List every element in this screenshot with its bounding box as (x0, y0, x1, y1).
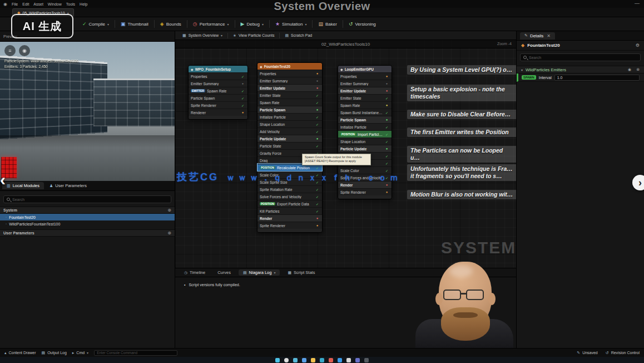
status-unsaved-button[interactable]: ✎Unsaved (577, 351, 598, 355)
graph-toolbar-view-particle-counts-button[interactable]: ∗View Particle Counts (229, 33, 278, 38)
module-state-check-icon[interactable]: ✓ (315, 188, 320, 192)
module-row-spawn-rate[interactable]: Spawn Rate● (338, 101, 392, 109)
status-content-drawer-button[interactable]: ▴Content Drawer (4, 351, 36, 355)
module-state-dot-orange-icon[interactable]: ● (240, 111, 245, 114)
bottom-tab-niagara-log[interactable]: ▤Niagara Log▾ (239, 269, 280, 276)
bottom-tab-curves[interactable]: Curves (213, 269, 235, 276)
module-state-check-icon[interactable]: ✓ (315, 101, 320, 105)
module-state-dot-orange-icon[interactable]: ● (315, 72, 320, 75)
details-category-row[interactable]: ▾ WildParticles Emitters ◉ ⊗ (517, 66, 644, 73)
module-row-properties[interactable]: Properties● (338, 72, 392, 80)
menu-file[interactable]: File (9, 2, 20, 6)
module-row-emitter-state[interactable]: Emitter State✓ (338, 94, 392, 101)
emitter-node-header[interactable]: ◆WPO_FountainSetup (189, 66, 247, 72)
parameters-tab-user-parameters[interactable]: ♟User Parameters (45, 182, 91, 189)
gear-icon[interactable]: ⚙ (636, 43, 640, 48)
graph-toolbar-system-overview-button[interactable]: ▦System Overview▾ (179, 33, 226, 38)
dropdown-caret-icon[interactable]: ▾ (274, 271, 275, 274)
module-row-properties[interactable]: Properties● (257, 70, 322, 77)
module-row-spawn-burst-instantaneous[interactable]: Spawn Burst Instantaneous✓ (338, 109, 392, 116)
module-row-sprite-renderer[interactable]: Sprite Renderer● (257, 222, 322, 229)
dropdown-caret-icon[interactable]: ▾ (221, 33, 222, 37)
module-row-initialize-particle[interactable]: Initialize Particle✓ (257, 113, 322, 120)
module-state-check-icon[interactable]: ✓ (384, 133, 389, 136)
module-state-check-icon[interactable]: ✓ (384, 111, 389, 115)
add-parameter-icon[interactable]: ⊕ (167, 208, 171, 213)
module-state-dot-green-icon[interactable]: ● (384, 147, 389, 150)
viewport-menu-icon[interactable]: ≡ (4, 45, 16, 56)
dropdown-caret-icon[interactable]: ▾ (305, 22, 306, 26)
bottom-tab-script-stats[interactable]: ▦Script Stats (283, 269, 319, 276)
menu-asset[interactable]: Asset (31, 2, 46, 6)
parameters-search-input[interactable] (12, 198, 168, 202)
module-state-plus-icon[interactable]: + (240, 82, 245, 85)
module-row-emitter-update[interactable]: Emitter Update● (338, 87, 392, 94)
module-state-dot-green-icon[interactable]: ● (315, 137, 320, 140)
module-state-check-icon[interactable]: ✓ (315, 195, 320, 199)
module-row-particle-spawn[interactable]: Particle Spawn● (338, 116, 392, 123)
taskbar-discord-icon[interactable] (355, 358, 360, 362)
taskbar-edge-icon[interactable] (320, 358, 324, 362)
module-row-initialize-particle[interactable]: Initialize Particle✓ (338, 123, 392, 130)
taskbar-obs-icon[interactable] (364, 358, 369, 362)
module-row-kill-particles[interactable]: Kill Particles✓ (257, 207, 322, 214)
module-row-render[interactable]: Render● (257, 214, 322, 222)
menu-window[interactable]: Window (46, 2, 64, 6)
module-state-check-icon[interactable]: ✓ (315, 166, 320, 170)
toolbar-debug-button[interactable]: ▶Debug▾ (236, 19, 269, 28)
module-state-check-icon[interactable]: ✓ (240, 75, 245, 79)
taskbar-task-view-icon[interactable] (293, 358, 298, 362)
visibility-icon[interactable]: ◉ (628, 67, 631, 72)
module-row-particle-update[interactable]: Particle Update● (257, 135, 322, 142)
node-graph[interactable]: 02_WildParticlesTools10 Zoom -4 SYSTEM ◆… (175, 40, 516, 268)
emitter-node-wpo-fountainsetup[interactable]: ◆WPO_FountainSetupProperties✓Emitter Sum… (188, 65, 248, 120)
emitter-node-fountaintest20[interactable]: ◆FountainTest20Properties●Emitter Summar… (257, 62, 323, 233)
details-object-row[interactable]: ◆ FountainTest20 ⚙ (517, 41, 644, 51)
module-state-check-icon[interactable]: ✓ (315, 202, 320, 206)
parameter-item[interactable]: ◦WildParticlesFountainTest100 (0, 220, 175, 227)
module-state-check-icon[interactable]: ✓ (315, 122, 320, 126)
module-state-check-icon[interactable]: ✓ (384, 154, 389, 158)
module-row-emitter-summary[interactable]: Emitter Summary+ (257, 77, 322, 84)
taskbar-start-icon[interactable] (275, 358, 280, 362)
dropdown-caret-icon[interactable]: ▾ (262, 22, 264, 26)
toolbar-performance-button[interactable]: ◷Performance▾ (189, 19, 234, 28)
module-state-dot-orange-icon[interactable]: ● (384, 190, 389, 194)
module-state-dot-red-icon[interactable]: ● (384, 89, 389, 92)
taskbar-file-explorer-icon[interactable] (311, 358, 315, 362)
module-state-plus-icon[interactable]: + (384, 82, 389, 85)
details-param-row[interactable]: SPAWN Interval (517, 73, 644, 82)
taskbar-search-icon[interactable] (284, 358, 289, 362)
toolbar-versioning-button[interactable]: ↺Versioning (344, 19, 380, 28)
module-state-dot-red-icon[interactable]: ● (315, 217, 320, 220)
module-state-dot-green-icon[interactable]: ● (384, 118, 389, 121)
dropdown-caret-icon[interactable]: ▾ (107, 22, 109, 26)
module-state-check-icon[interactable]: ✓ (384, 125, 389, 129)
parameter-group-header[interactable]: User Parameters⊕ (0, 229, 175, 237)
module-row-emitter-summary[interactable]: Emitter Summary+ (189, 80, 247, 87)
module-row-spawn-rate[interactable]: Spawn Rate✓ (257, 99, 322, 106)
parameters-search[interactable] (3, 195, 171, 203)
toolbar-compile-button[interactable]: ✓Compile▾ (78, 19, 113, 28)
graph-toolbar-scratch-pad-button[interactable]: ▤Scratch Pad (281, 33, 316, 38)
minimize-button[interactable]: — (635, 1, 640, 6)
module-row-properties[interactable]: Properties✓ (189, 72, 247, 80)
taskbar-unreal-icon[interactable] (346, 358, 351, 362)
menu-tools[interactable]: Tools (64, 2, 77, 6)
expander-icon[interactable]: ▾ (521, 68, 523, 72)
module-row-sprite-rotation-rate[interactable]: Sprite Rotation Rate✓ (257, 185, 322, 193)
module-state-check-icon[interactable]: ✓ (315, 144, 320, 148)
module-row-sprite-renderer[interactable]: Sprite Renderer● (338, 188, 392, 195)
dropdown-caret-icon[interactable]: ▾ (227, 22, 229, 26)
module-state-check-icon[interactable]: ✓ (240, 96, 245, 100)
bottom-tab-timeline[interactable]: ◷Timeline (180, 269, 210, 276)
module-row-spawn-rate[interactable]: EMITTERSpawn Rate✓ (189, 87, 247, 94)
toolbar-baker-button[interactable]: ▤Baker (314, 19, 341, 28)
module-state-check-icon[interactable]: ✓ (315, 130, 320, 134)
module-row-solve-forces-and-velocity[interactable]: Solve Forces and Velocity✓ (257, 193, 322, 200)
module-state-check-icon[interactable]: ✓ (384, 161, 389, 165)
dropdown-caret-icon[interactable]: ▾ (87, 351, 88, 355)
taskbar-chrome-icon[interactable] (329, 358, 333, 362)
module-row-import-particle-data[interactable]: POSITIONImport Particle Data✓ (338, 130, 392, 138)
viewport-camera-icon[interactable]: ◉ (19, 45, 30, 56)
